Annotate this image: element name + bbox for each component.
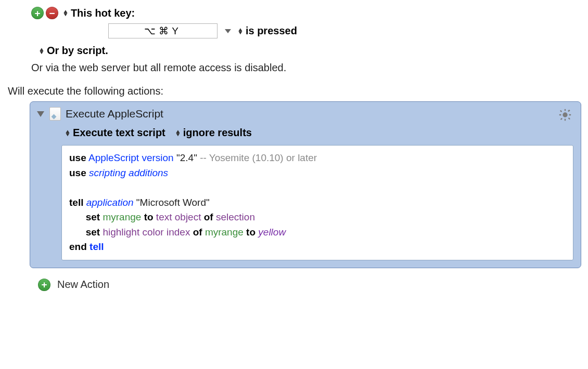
web-server-note: Or via the web server but all remote acc…	[8, 62, 580, 74]
code-text: "Microsoft Word"	[136, 197, 210, 208]
action-execute-applescript[interactable]: Execute AppleScript ▲▼ Execute text s	[30, 101, 581, 268]
code-text: use	[69, 152, 86, 163]
code-text: use	[69, 167, 86, 178]
execute-text-script-label: Execute text script	[73, 127, 165, 139]
code-text: scripting additions	[89, 167, 168, 178]
hotkey-menu-chevron-icon[interactable]	[225, 29, 231, 33]
code-text: selection	[216, 212, 255, 222]
code-text: text object	[156, 212, 201, 222]
script-source-stepper[interactable]: ▲▼	[65, 130, 70, 136]
code-text: application	[86, 197, 134, 208]
svg-point-0	[564, 113, 567, 117]
code-text: to	[144, 212, 154, 222]
code-text: to	[246, 227, 255, 238]
or-by-script-label: Or by script.	[47, 45, 108, 57]
add-trigger-button[interactable]: +	[31, 7, 44, 19]
code-text: AppleScript	[88, 152, 139, 163]
code-text: end	[69, 241, 87, 252]
action-settings-gear-icon[interactable]	[557, 107, 573, 123]
code-text: set	[86, 212, 100, 222]
svg-rect-6	[568, 117, 570, 120]
svg-rect-1	[565, 109, 566, 111]
ignore-results-label: ignore results	[183, 127, 252, 139]
code-text: version	[142, 152, 173, 163]
code-text: "2.4"	[176, 152, 197, 163]
svg-rect-5	[560, 110, 562, 112]
applescript-icon	[49, 107, 61, 121]
disclosure-triangle-icon[interactable]	[37, 111, 44, 117]
script-trigger-stepper[interactable]: ▲▼	[39, 48, 44, 54]
svg-rect-2	[565, 118, 566, 121]
code-text: tell	[90, 241, 104, 252]
code-text: -- Yosemite (10.10) or later	[200, 152, 317, 163]
code-text: of	[204, 212, 213, 222]
hotkey-state-label: is pressed	[246, 25, 297, 37]
code-text: highlight color index	[103, 227, 190, 238]
new-action-label[interactable]: New Action	[57, 279, 109, 291]
hotkey-value: ⌥⌘Y	[144, 25, 182, 37]
trigger-type-stepper[interactable]: ▲▼	[63, 10, 68, 16]
results-mode-stepper[interactable]: ▲▼	[175, 130, 181, 136]
svg-rect-8	[560, 118, 563, 120]
action-title: Execute AppleScript	[66, 108, 163, 120]
add-action-button[interactable]: +	[38, 279, 50, 291]
will-execute-label: Will execute the following actions:	[8, 85, 580, 97]
applescript-code-editor[interactable]: use AppleScript version "2.4" -- Yosemit…	[61, 145, 573, 260]
hotkey-input[interactable]: ⌥⌘Y	[108, 23, 218, 38]
svg-rect-3	[559, 114, 561, 115]
code-text: myrange	[103, 212, 141, 222]
code-text: tell	[69, 197, 83, 208]
svg-rect-4	[569, 114, 571, 115]
code-text: set	[86, 227, 100, 238]
code-text: myrange	[205, 227, 244, 238]
hotkey-state-stepper[interactable]: ▲▼	[238, 28, 243, 34]
code-text: yellow	[258, 227, 286, 238]
remove-trigger-button[interactable]: −	[46, 7, 58, 19]
action-header: Execute AppleScript	[30, 102, 581, 124]
hotkey-label: This hot key:	[71, 7, 135, 19]
code-text: of	[193, 227, 202, 238]
